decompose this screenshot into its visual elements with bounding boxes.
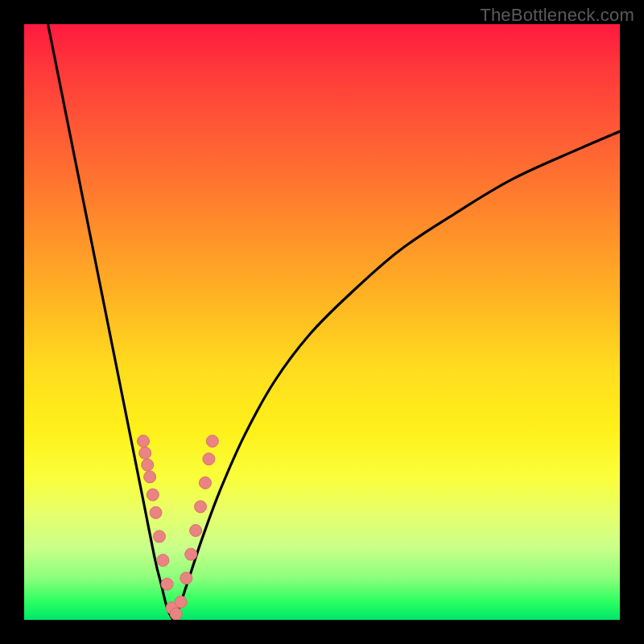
data-point-marker — [195, 501, 207, 513]
data-point-marker — [203, 453, 215, 465]
data-point-marker — [153, 530, 165, 543]
data-point-marker — [199, 477, 211, 489]
data-point-marker — [185, 548, 197, 560]
data-point-marker — [175, 596, 187, 608]
data-point-marker — [161, 578, 173, 590]
data-point-marker — [150, 506, 162, 518]
curve-right-path — [173, 131, 620, 620]
data-point-marker — [138, 436, 150, 448]
curve-right-branch — [173, 131, 620, 620]
data-point-marker — [170, 608, 182, 620]
data-point-marker — [139, 447, 151, 459]
data-point-marker — [190, 525, 202, 537]
curve-left-branch — [48, 24, 173, 620]
data-point-marker — [180, 572, 192, 584]
data-point-marker — [147, 489, 159, 501]
chart-frame: TheBottleneck.com — [0, 0, 644, 644]
data-point-marker — [157, 555, 169, 567]
watermark-text: TheBottleneck.com — [480, 5, 634, 26]
plot-area — [24, 24, 620, 620]
data-point-marker — [206, 436, 218, 448]
data-point-marker — [144, 471, 156, 483]
data-point-marker — [142, 459, 154, 471]
curve-layer — [24, 24, 620, 620]
curve-left-path — [48, 24, 173, 620]
